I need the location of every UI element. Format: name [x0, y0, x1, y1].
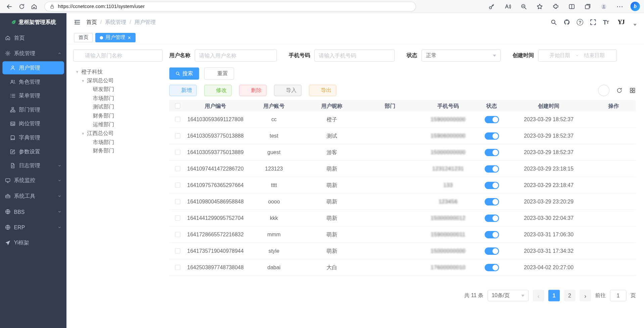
status-toggle[interactable]: [485, 182, 499, 189]
delete-row-icon[interactable]: [606, 265, 612, 270]
refresh-icon[interactable]: [16, 1, 27, 12]
delete-row-icon[interactable]: [606, 182, 612, 188]
import-button[interactable]: 导入: [274, 85, 301, 96]
row-checkbox[interactable]: [175, 199, 180, 204]
row-checkbox[interactable]: [175, 216, 180, 221]
sidebar-item-user-mgmt[interactable]: 用户管理: [2, 61, 64, 74]
caret-down-icon[interactable]: [81, 131, 86, 135]
row-checkbox[interactable]: [175, 133, 180, 139]
collections-icon[interactable]: [582, 1, 593, 12]
row-checkbox[interactable]: [175, 232, 180, 237]
address-bar[interactable]: https://ccnetcore.com:1101/system/user: [44, 1, 416, 11]
tree-node[interactable]: 橙子科技: [73, 67, 163, 76]
delete-row-icon[interactable]: [606, 232, 612, 237]
edit-row-icon[interactable]: [597, 248, 603, 254]
page-button-2[interactable]: 2: [564, 290, 575, 301]
sidebar-item-tools[interactable]: 系统工具: [0, 188, 66, 204]
password-key-icon[interactable]: [486, 1, 497, 12]
copilot-icon[interactable]: [631, 2, 640, 11]
edit-row-icon[interactable]: [597, 166, 603, 172]
reset-password-key-icon[interactable]: [615, 182, 621, 188]
delete-row-icon[interactable]: [606, 199, 612, 204]
status-toggle[interactable]: [485, 116, 499, 123]
assign-role-check-icon[interactable]: [624, 182, 630, 188]
assign-role-check-icon[interactable]: [624, 265, 630, 270]
split-screen-icon[interactable]: [566, 1, 577, 12]
edit-row-icon[interactable]: [597, 149, 603, 155]
reset-button[interactable]: 重置: [204, 67, 234, 80]
search-button[interactable]: 搜索: [169, 67, 199, 80]
sidebar-item-monitor[interactable]: 系统监控: [0, 173, 66, 188]
caret-down-icon[interactable]: [75, 69, 80, 74]
reset-password-key-icon[interactable]: [615, 232, 621, 237]
reset-password-key-icon[interactable]: [615, 166, 621, 172]
next-page-button[interactable]: [580, 290, 591, 301]
sidebar-item-role-mgmt[interactable]: 角色管理: [0, 75, 66, 89]
delete-row-icon[interactable]: [606, 149, 612, 155]
tab-home[interactable]: 首页: [74, 33, 93, 42]
row-checkbox[interactable]: [175, 117, 180, 122]
delete-row-icon[interactable]: [606, 166, 612, 172]
page-button-1[interactable]: 1: [548, 290, 560, 301]
reset-password-key-icon[interactable]: [615, 248, 621, 254]
delete-button[interactable]: 删除: [239, 85, 266, 96]
tab-user-mgmt[interactable]: 用户管理: [95, 33, 135, 42]
site-info-lock-icon[interactable]: [50, 4, 55, 9]
export-button[interactable]: 导出: [309, 85, 336, 96]
back-icon[interactable]: [4, 1, 15, 12]
sidebar-item-dept-mgmt[interactable]: 部门管理: [0, 103, 66, 117]
breadcrumb-item[interactable]: 系统管理: [105, 18, 131, 26]
edit-button[interactable]: 修改: [204, 85, 232, 96]
favorites-add-icon[interactable]: [534, 1, 545, 12]
status-toggle[interactable]: [485, 264, 499, 271]
delete-row-icon[interactable]: [606, 248, 612, 254]
font-size-icon[interactable]: [603, 19, 609, 26]
edit-row-icon[interactable]: [597, 133, 603, 139]
help-icon[interactable]: [577, 19, 583, 26]
add-button[interactable]: 新增: [169, 85, 197, 96]
status-toggle[interactable]: [485, 165, 499, 173]
row-checkbox[interactable]: [175, 183, 180, 188]
row-checkbox[interactable]: [175, 150, 180, 155]
tree-node[interactable]: 测试部门: [73, 103, 163, 111]
reset-password-key-icon[interactable]: [615, 215, 621, 221]
tree-node[interactable]: 深圳总公司: [73, 76, 163, 85]
edit-row-icon[interactable]: [597, 215, 603, 221]
caret-down-icon[interactable]: [81, 78, 86, 83]
chevron-down-icon[interactable]: [633, 24, 637, 26]
sidebar-item-bbs[interactable]: BBS: [0, 204, 66, 220]
status-toggle[interactable]: [485, 198, 499, 205]
reset-password-key-icon[interactable]: [615, 133, 621, 139]
status-toggle[interactable]: [485, 214, 499, 222]
home-icon[interactable]: [29, 1, 40, 12]
assign-role-check-icon[interactable]: [624, 199, 630, 204]
status-toggle[interactable]: [485, 247, 499, 254]
tree-node[interactable]: 财务部门: [73, 146, 163, 155]
refresh-table-icon[interactable]: [616, 87, 623, 94]
reset-password-key-icon[interactable]: [615, 149, 621, 155]
tree-node[interactable]: 运维部门: [73, 120, 163, 129]
assign-role-check-icon[interactable]: [624, 133, 630, 139]
zoom-icon[interactable]: [518, 1, 529, 12]
assign-role-check-icon[interactable]: [624, 248, 630, 254]
username-input[interactable]: [195, 49, 277, 62]
tree-node[interactable]: 市场部门: [73, 94, 163, 102]
row-checkbox[interactable]: [175, 248, 180, 253]
assign-role-check-icon[interactable]: [624, 232, 630, 237]
edit-row-icon[interactable]: [597, 265, 603, 270]
profile-avatar-icon[interactable]: [598, 1, 609, 12]
sidebar-item-home[interactable]: 首页: [0, 30, 66, 46]
sidebar-item-menu-mgmt[interactable]: 菜单管理: [0, 89, 66, 103]
edit-row-icon[interactable]: [597, 199, 603, 204]
status-select[interactable]: 正常: [422, 49, 501, 62]
status-toggle[interactable]: [485, 149, 499, 156]
github-icon[interactable]: [563, 19, 570, 26]
assign-role-check-icon[interactable]: [624, 166, 630, 172]
tree-node[interactable]: 市场部门: [73, 138, 163, 146]
assign-role-check-icon[interactable]: [624, 215, 630, 221]
column-settings-icon[interactable]: [629, 87, 636, 94]
row-checkbox[interactable]: [175, 265, 180, 270]
status-toggle[interactable]: [485, 231, 499, 238]
delete-row-icon[interactable]: [606, 133, 612, 139]
assign-role-check-icon[interactable]: [624, 149, 630, 155]
